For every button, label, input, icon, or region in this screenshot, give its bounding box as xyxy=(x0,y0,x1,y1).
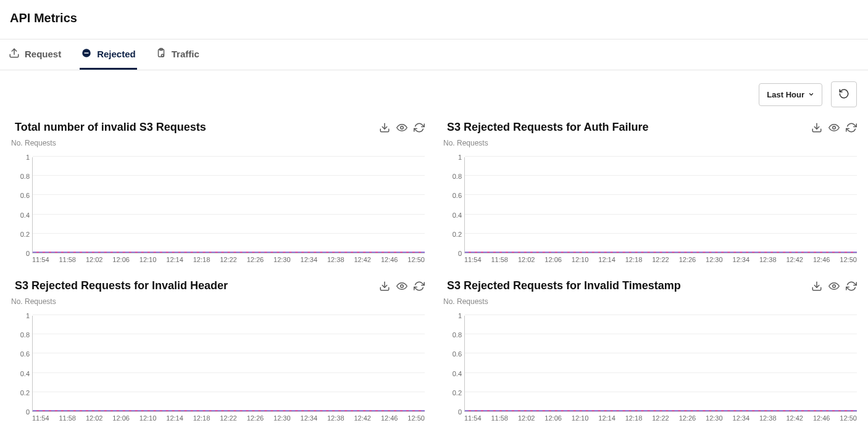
page-title: API Metrics xyxy=(10,11,858,25)
xtick: 12:42 xyxy=(354,414,371,422)
xtick: 12:50 xyxy=(840,256,857,263)
xtick: 12:22 xyxy=(652,256,669,263)
ytick: 0.2 xyxy=(453,231,462,238)
tab-request[interactable]: Request xyxy=(7,39,62,70)
xtick: 12:26 xyxy=(679,414,696,422)
xtick: 12:50 xyxy=(840,414,857,422)
ytick: 0.2 xyxy=(453,389,462,397)
chart-card: Total number of invalid S3 RequestsNo. R… xyxy=(11,117,425,263)
svg-point-9 xyxy=(833,126,836,129)
xtick: 12:10 xyxy=(572,256,589,263)
xtick: 11:58 xyxy=(491,414,508,422)
chart-header: S3 Rejected Requests for Invalid Header xyxy=(11,276,425,294)
xtick: 12:42 xyxy=(786,414,803,422)
xtick: 12:30 xyxy=(706,414,723,422)
download-icon[interactable] xyxy=(379,122,390,133)
chart-plot-area xyxy=(32,316,425,412)
xtick: 12:10 xyxy=(140,256,157,263)
xtick: 12:02 xyxy=(86,256,103,263)
minus-circle-icon xyxy=(81,47,92,60)
tab-rejected[interactable]: Rejected xyxy=(80,39,137,70)
xtick: 12:02 xyxy=(518,256,535,263)
xtick: 12:46 xyxy=(813,256,830,263)
chart-yaxis: 00.20.40.60.81 xyxy=(11,307,32,412)
chart-plot-area xyxy=(464,316,857,412)
xtick: 12:18 xyxy=(193,414,211,422)
refresh-all-button[interactable] xyxy=(831,81,857,107)
chart-actions xyxy=(379,122,425,133)
chart-yaxis: 00.20.40.60.81 xyxy=(443,307,464,412)
clipboard-icon xyxy=(156,47,167,60)
xtick: 12:02 xyxy=(518,414,535,422)
chart-ylabel: No. Requests xyxy=(11,135,425,149)
xtick: 11:58 xyxy=(491,256,508,263)
xtick: 12:26 xyxy=(247,414,264,422)
chart-ylabel: No. Requests xyxy=(11,294,425,307)
xtick: 12:26 xyxy=(679,256,696,263)
xtick: 12:38 xyxy=(759,414,777,422)
xtick: 11:54 xyxy=(464,256,482,263)
svg-point-13 xyxy=(833,284,836,287)
xtick: 12:50 xyxy=(407,256,425,263)
ytick: 0.4 xyxy=(20,212,30,219)
xtick: 12:18 xyxy=(193,256,211,263)
refresh-icon[interactable] xyxy=(414,122,425,133)
time-range-label: Last Hour xyxy=(767,90,804,99)
ytick: 0.6 xyxy=(20,192,30,199)
chart-actions xyxy=(811,281,857,292)
xtick: 12:38 xyxy=(327,414,344,422)
refresh-icon[interactable] xyxy=(846,122,857,133)
eye-icon[interactable] xyxy=(396,281,407,292)
chart-series-line xyxy=(33,252,425,253)
chart-plot: 00.20.40.60.81 xyxy=(443,149,857,253)
ytick: 0.6 xyxy=(20,350,30,358)
xtick: 12:50 xyxy=(407,414,425,422)
chart-yaxis: 00.20.40.60.81 xyxy=(11,149,32,253)
chart-title: S3 Rejected Requests for Invalid Header xyxy=(15,279,228,292)
chart-series-line xyxy=(465,252,857,253)
chart-series-line xyxy=(465,410,857,411)
xtick: 12:06 xyxy=(112,414,130,422)
download-icon[interactable] xyxy=(379,281,390,292)
xtick: 12:22 xyxy=(220,414,237,422)
xtick: 12:18 xyxy=(625,414,643,422)
time-range-dropdown[interactable]: Last Hour xyxy=(759,83,822,106)
eye-icon[interactable] xyxy=(396,122,407,133)
svg-point-5 xyxy=(161,54,164,56)
tab-traffic[interactable]: Traffic xyxy=(154,39,201,70)
ytick: 0.2 xyxy=(20,389,30,397)
xtick: 12:10 xyxy=(140,414,157,422)
ytick: 0 xyxy=(26,250,30,257)
refresh-icon[interactable] xyxy=(414,281,425,292)
eye-icon[interactable] xyxy=(828,281,840,292)
xtick: 11:54 xyxy=(32,256,49,263)
download-icon[interactable] xyxy=(811,281,822,292)
svg-point-11 xyxy=(401,284,404,287)
xtick: 12:34 xyxy=(733,414,750,422)
chart-title: S3 Rejected Requests for Invalid Timesta… xyxy=(447,279,681,292)
download-icon[interactable] xyxy=(811,122,822,133)
xtick: 12:14 xyxy=(598,256,616,263)
chart-xaxis: 11:5411:5812:0212:0612:1012:1412:1812:22… xyxy=(11,256,425,263)
ytick: 0.8 xyxy=(453,173,462,180)
xtick: 11:54 xyxy=(464,414,482,422)
xtick: 12:06 xyxy=(112,256,130,263)
xtick: 12:38 xyxy=(327,256,344,263)
eye-icon[interactable] xyxy=(828,122,840,133)
ytick: 0 xyxy=(26,408,30,416)
ytick: 1 xyxy=(26,154,30,161)
ytick: 0.4 xyxy=(20,370,30,377)
toolbar: Last Hour xyxy=(0,70,868,112)
chevron-down-icon xyxy=(808,90,814,99)
xtick: 12:06 xyxy=(545,414,562,422)
refresh-icon[interactable] xyxy=(846,281,857,292)
ytick: 1 xyxy=(458,154,462,161)
chart-actions xyxy=(379,281,425,292)
ytick: 0.8 xyxy=(453,331,462,339)
tabs: Request Rejected Traffic xyxy=(0,39,868,70)
xtick: 12:30 xyxy=(273,414,291,422)
chart-header: S3 Rejected Requests for Auth Failure xyxy=(443,117,857,135)
chart-header: Total number of invalid S3 Requests xyxy=(11,117,425,135)
page-header: API Metrics xyxy=(0,0,868,39)
xtick: 12:06 xyxy=(545,256,562,263)
